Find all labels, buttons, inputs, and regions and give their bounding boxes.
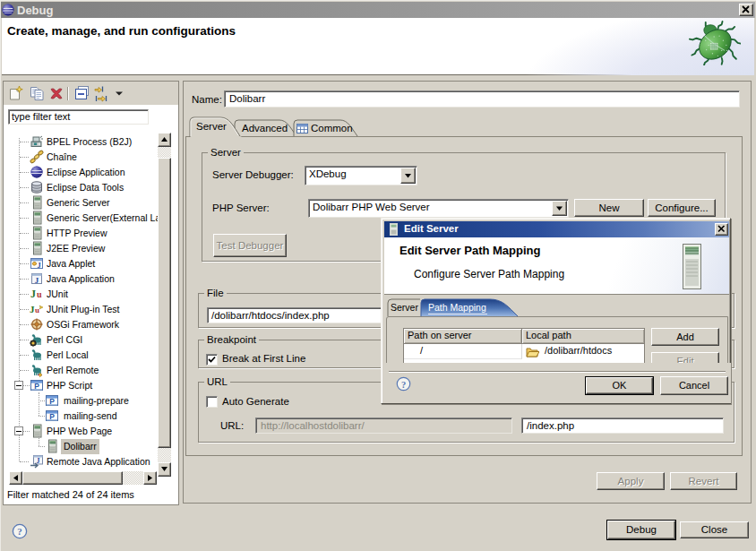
svg-text:?: ? [401,380,406,390]
svg-text:?: ? [17,526,22,537]
